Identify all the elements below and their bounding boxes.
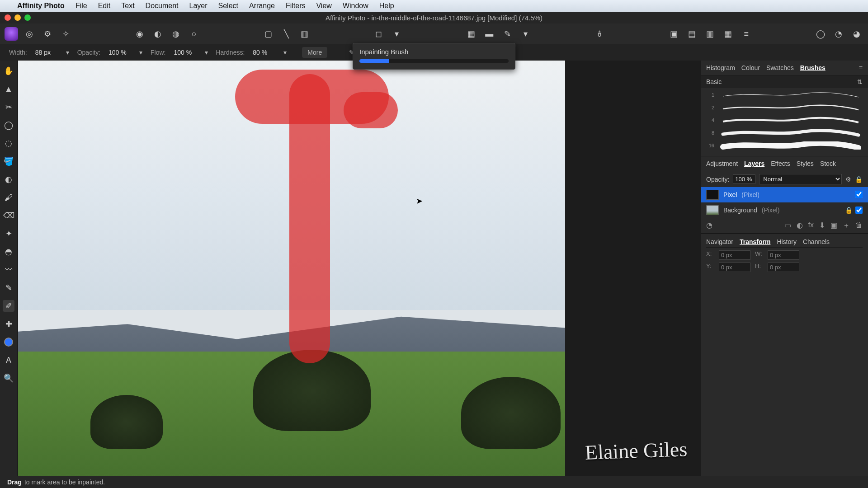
add-adjustment-button[interactable]: ◕ xyxy=(850,27,863,41)
soft-proof-icon[interactable]: ○ xyxy=(187,27,201,41)
transform-y-input[interactable] xyxy=(719,263,750,272)
tab-styles[interactable]: Styles xyxy=(797,160,814,167)
menu-view[interactable]: View xyxy=(316,2,331,10)
quick-mask-button[interactable]: ◻ xyxy=(372,27,386,41)
blend-gear-icon[interactable]: ⚙ xyxy=(845,176,851,183)
tab-layers[interactable]: Layers xyxy=(744,160,764,167)
transform-w-input[interactable] xyxy=(768,250,799,260)
quick-mask-dropdown[interactable]: ▾ xyxy=(390,27,404,41)
brush-preset[interactable]: 2 xyxy=(706,103,863,112)
brush-category-select[interactable]: Basic xyxy=(706,78,722,85)
layer-opacity-input[interactable] xyxy=(733,174,755,184)
rgb-icon[interactable]: ◍ xyxy=(169,27,183,41)
colour-swatch[interactable] xyxy=(3,336,14,348)
hardness-dropdown-icon[interactable]: ▾ xyxy=(283,49,287,56)
paint-brush-tool[interactable]: 🖌 xyxy=(3,192,14,203)
menu-filters[interactable]: Filters xyxy=(286,2,306,10)
tab-navigator[interactable]: Navigator xyxy=(706,238,733,245)
tab-channels[interactable]: Channels xyxy=(803,238,830,245)
fx-layer-icon[interactable]: fx xyxy=(808,221,814,230)
width-input[interactable] xyxy=(35,49,58,56)
group-icon[interactable]: ▣ xyxy=(830,221,837,230)
menu-help[interactable]: Help xyxy=(379,2,394,10)
window-minimize-button[interactable] xyxy=(14,14,21,21)
window-close-button[interactable] xyxy=(5,14,11,21)
layer-lock-icon[interactable]: 🔒 xyxy=(855,176,863,183)
canvas-area[interactable]: ➤ Elaine Giles xyxy=(17,61,701,476)
export-persona-button[interactable]: ✧ xyxy=(59,27,72,41)
selection-mode-line-icon[interactable]: ╲ xyxy=(280,27,293,41)
tab-effects[interactable]: Effects xyxy=(771,160,790,167)
tab-swatches[interactable]: Swatches xyxy=(766,64,794,71)
assist-dropdown[interactable]: ▾ xyxy=(519,27,532,41)
layer-row[interactable]: Background (Pixel) 🔒 xyxy=(701,202,868,218)
blend-mode-select[interactable]: Normal xyxy=(759,174,842,184)
app-menu[interactable]: Affinity Photo xyxy=(17,2,65,10)
tab-colour[interactable]: Colour xyxy=(741,64,760,71)
gradient-tool[interactable]: ◐ xyxy=(3,174,14,185)
tab-transform[interactable]: Transform xyxy=(740,238,770,245)
brush-preset[interactable]: 8 xyxy=(706,129,863,137)
menu-select[interactable]: Select xyxy=(218,2,238,10)
panel-menu-icon[interactable]: ≡ xyxy=(859,64,863,71)
opacity-input[interactable] xyxy=(108,49,131,56)
add-layer-button[interactable]: ◯ xyxy=(814,27,827,41)
delete-layer-icon[interactable]: 🗑 xyxy=(855,221,863,230)
transform-h-input[interactable] xyxy=(768,263,799,272)
develop-persona-button[interactable]: ◎ xyxy=(23,27,36,41)
retouch-tool[interactable]: ✎ xyxy=(3,282,14,294)
arrange-backward-button[interactable]: ▥ xyxy=(703,27,717,41)
view-tool[interactable]: ✋ xyxy=(3,65,14,77)
mask-layer-icon[interactable]: ▭ xyxy=(784,221,791,230)
black-white-icon[interactable]: ◐ xyxy=(151,27,165,41)
menu-document[interactable]: Document xyxy=(146,2,179,10)
merge-icon[interactable]: ⬇ xyxy=(819,221,825,230)
colour-wheel-icon[interactable]: ◉ xyxy=(133,27,146,41)
assistant-icon[interactable]: 🕯 xyxy=(593,27,606,41)
flow-dropdown-icon[interactable]: ▾ xyxy=(205,49,208,56)
brush-preset[interactable]: 16 xyxy=(706,141,863,150)
marquee-tool[interactable]: ◌ xyxy=(3,137,14,149)
tab-histogram[interactable]: Histogram xyxy=(706,64,735,71)
tab-stock[interactable]: Stock xyxy=(820,160,836,167)
clone-brush-tool[interactable]: ✦ xyxy=(3,228,14,239)
add-mask-button[interactable]: ◔ xyxy=(832,27,845,41)
erase-brush-tool[interactable]: ⌫ xyxy=(3,210,14,221)
brush-category-dropdown-icon[interactable]: ⇅ xyxy=(857,78,863,85)
menu-layer[interactable]: Layer xyxy=(189,2,208,10)
window-zoom-button[interactable] xyxy=(24,14,31,21)
hardness-input[interactable] xyxy=(253,49,275,56)
more-button[interactable]: More xyxy=(302,47,327,58)
menu-text[interactable]: Text xyxy=(121,2,134,10)
force-pixel-alignment-button[interactable]: ▬ xyxy=(482,27,496,41)
align-button[interactable]: ≡ xyxy=(740,27,753,41)
menu-file[interactable]: File xyxy=(75,2,87,10)
flow-input[interactable] xyxy=(174,49,197,56)
menu-edit[interactable]: Edit xyxy=(98,2,111,10)
selection-mode-rect-icon[interactable]: ▢ xyxy=(262,27,275,41)
transform-x-input[interactable] xyxy=(719,250,750,260)
text-tool[interactable]: A xyxy=(3,354,14,366)
healing-brush-tool[interactable]: ✚ xyxy=(3,318,14,330)
layer-visibility-checkbox[interactable] xyxy=(855,206,863,214)
arrange-front-button[interactable]: ▣ xyxy=(667,27,681,41)
document-canvas[interactable]: ➤ xyxy=(18,61,565,476)
brush-preset[interactable]: 4 xyxy=(706,116,863,124)
crop-tool[interactable]: ✂ xyxy=(3,101,14,113)
blend-ranges-icon[interactable]: ◔ xyxy=(706,221,712,230)
zoom-tool[interactable]: 🔍 xyxy=(3,372,14,384)
inpainting-brush-tool[interactable]: ✐ xyxy=(3,300,14,312)
menu-arrange[interactable]: Arrange xyxy=(249,2,275,10)
toggle-assist-button[interactable]: ✎ xyxy=(500,27,514,41)
width-dropdown-icon[interactable]: ▾ xyxy=(66,49,69,56)
arrange-forward-button[interactable]: ▤ xyxy=(685,27,699,41)
dodge-burn-tool[interactable]: ◓ xyxy=(3,246,14,258)
snapping-button[interactable]: ▦ xyxy=(464,27,478,41)
menu-window[interactable]: Window xyxy=(343,2,368,10)
selection-mode-lasso-icon[interactable]: ▥ xyxy=(298,27,311,41)
liquify-persona-button[interactable]: ⚙ xyxy=(41,27,54,41)
adjustment-layer-icon[interactable]: ◐ xyxy=(797,221,803,230)
move-tool[interactable]: ▲ xyxy=(3,83,14,95)
layer-visibility-checkbox[interactable] xyxy=(855,191,863,198)
tab-history[interactable]: History xyxy=(777,238,797,245)
